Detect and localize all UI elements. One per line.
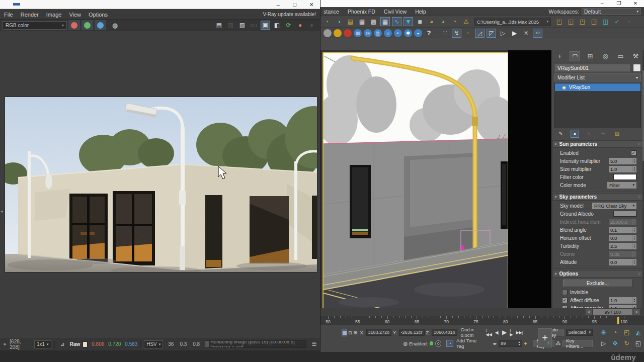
max-menu-stance[interactable]: stance <box>324 9 339 15</box>
render-icon[interactable]: ● <box>307 21 316 30</box>
render-production-teapot-icon[interactable]: ◔ <box>450 17 459 26</box>
viewport-black-strip[interactable] <box>508 50 551 310</box>
select-manipulate-icon[interactable]: ⊕ <box>599 328 608 337</box>
isolate-selection-icon[interactable]: ▩ <box>342 329 347 336</box>
asset-clock-icon[interactable]: ◫ <box>601 17 610 26</box>
spinner-icon[interactable]: ▴▾ <box>519 341 520 346</box>
play-button[interactable]: ▶ <box>502 329 507 336</box>
max-restore-button[interactable]: ❐ <box>611 0 626 7</box>
vfb-menu-options[interactable]: Options <box>89 12 108 18</box>
exclude-button[interactable]: Exclude... <box>563 280 632 287</box>
modifier-list-dropdown[interactable]: Modifier List▾ <box>554 73 641 81</box>
indirect-horiz-illum-spinner[interactable]: ▴▾ <box>632 219 636 225</box>
green-channel-icon[interactable] <box>82 20 93 30</box>
add-time-tag[interactable]: Add Time Tag <box>456 338 481 349</box>
edge-cursor-icon[interactable]: ▶ <box>510 29 519 38</box>
turbidity-field[interactable]: 2.5 <box>609 243 632 249</box>
blend-angle-field[interactable]: 0.1 <box>609 227 632 233</box>
max-close-button[interactable]: ✕ <box>628 0 643 7</box>
angle-snap-icon[interactable]: ◿ <box>475 29 485 38</box>
x-coord-field[interactable]: 3183.272o <box>366 329 392 336</box>
make-unique-icon[interactable]: ⋔ <box>585 130 593 138</box>
next-frame-nav-button[interactable]: > <box>633 309 640 315</box>
vfb-menu-file[interactable]: File <box>4 12 13 18</box>
affect-diffuse-field[interactable]: 1.0 <box>609 297 632 304</box>
history-clock-icon[interactable]: ◔ <box>624 17 633 26</box>
key-paw-icon[interactable]: ⁂ <box>554 340 561 347</box>
snaps-point-icon[interactable]: ✛ <box>463 29 473 38</box>
render-setup-icon[interactable]: ∿ <box>392 17 401 26</box>
snowflake-cursor-icon[interactable]: ✳ <box>521 29 531 38</box>
phoenix-splash-icon[interactable]: ✽ <box>404 29 412 37</box>
tab-display[interactable]: ▭ <box>615 51 626 61</box>
active-viewport[interactable] <box>323 52 509 309</box>
rollout-header-options[interactable]: ▾Options <box>552 270 643 278</box>
zero-badge[interactable]: 0 <box>435 340 441 347</box>
tab-create[interactable]: + <box>554 51 565 61</box>
tab-motion[interactable]: ◎ <box>600 51 611 61</box>
hold-icon[interactable]: ◲ <box>589 17 599 26</box>
snaps-toggle-icon[interactable]: ↯ <box>452 29 461 38</box>
max-titlebar[interactable]: – ❐ ✕ <box>320 0 644 7</box>
max-menu-phoenix-fd[interactable]: Phoenix FD <box>348 9 375 15</box>
turbidity-spinner[interactable]: ▴▾ <box>632 243 636 249</box>
ozone-field[interactable]: 0.35 <box>609 251 632 257</box>
vfb-menu-image[interactable]: Image <box>46 12 62 18</box>
save-image-icon[interactable]: ▤ <box>214 21 224 30</box>
phoenix-waves-icon[interactable]: ≈ <box>394 29 402 37</box>
ground-albedo-swatch[interactable] <box>613 211 636 217</box>
save-scene-icon[interactable]: ◰ <box>554 17 564 26</box>
workspace-select[interactable]: Default▾ <box>582 8 641 15</box>
mirror-bone-icon[interactable]: ◭ <box>633 328 643 337</box>
time-slider-handle[interactable] <box>617 317 619 324</box>
hsv-select[interactable]: HSV▾ <box>144 340 163 348</box>
vfb-minimize-button[interactable]: – <box>271 1 286 9</box>
spinner-snap-icon[interactable]: ▷ <box>498 29 508 38</box>
altitude-spinner[interactable]: ▴▾ <box>632 259 636 265</box>
size-multiplier-spinner[interactable]: ▴▾ <box>632 166 636 172</box>
blend-angle-spinner[interactable]: ▴▾ <box>632 227 636 233</box>
save-history-icon[interactable]: ▥ <box>226 21 235 30</box>
intensity-multiplier-spinner[interactable]: ▴▾ <box>632 158 636 164</box>
channel-select[interactable]: RGB color▾ <box>3 21 67 30</box>
zoom-select[interactable]: 1x1▾ <box>34 340 51 348</box>
tab-utilities[interactable]: ⚒ <box>630 51 641 61</box>
phoenix-sphere-icon[interactable] <box>324 29 332 37</box>
selection-set-dropdown[interactable]: Selected▾ <box>566 329 593 336</box>
horizon-offset-field[interactable]: 0.0 <box>609 235 632 241</box>
go-to-start-button[interactable]: |◀◀ <box>486 328 492 337</box>
stack-item-vraysun[interactable]: ◉ VRaySun <box>555 83 640 91</box>
sky-model-dropdown[interactable]: PRG Clear Sky▾ <box>592 203 636 209</box>
project-path-select[interactable]: C:\Users\g_a...3ds Max 2025▾ <box>474 18 551 26</box>
altitude-field[interactable]: 0.0 <box>609 259 632 265</box>
transform-coords-icon[interactable]: ⊕ <box>353 329 358 336</box>
phoenix-beach-icon[interactable]: ☼ <box>384 29 392 37</box>
isolate-x-icon[interactable]: X? <box>533 29 542 38</box>
snaps-grid-icon[interactable]: ⁙ <box>440 29 450 38</box>
toolbar-handle[interactable]: ▾ <box>323 17 332 26</box>
object-name-field[interactable]: VRaySun001 <box>554 64 630 72</box>
keyboard-override-icon[interactable]: ◔ <box>610 328 620 337</box>
log-panel-icon[interactable]: ☰ <box>310 340 318 349</box>
material-editor-icon[interactable]: ▦ <box>380 17 390 26</box>
align-icon[interactable]: ▤ <box>346 17 355 26</box>
enabled-checkbox[interactable]: ✓ <box>631 150 636 156</box>
render-setup-teapot-icon[interactable]: ◕ <box>427 17 436 26</box>
interactive-refresh-icon[interactable]: ⟳ <box>284 21 293 30</box>
fetch-icon[interactable]: ◳ <box>578 17 587 26</box>
mirror-icon[interactable]: ◑ <box>334 17 344 26</box>
vfb-menu-view[interactable]: View <box>69 12 81 18</box>
ozone-spinner[interactable]: ▴▾ <box>632 251 636 257</box>
modifier-stack[interactable]: ◉ VRaySun <box>554 83 641 128</box>
phoenix-waterfall-icon[interactable]: ▒ <box>374 29 382 37</box>
phoenix-fire-icon[interactable] <box>344 29 352 37</box>
region-render-icon[interactable]: ▧ <box>237 21 247 30</box>
configure-modifier-sets-icon[interactable]: ▨ <box>613 130 621 138</box>
affect-diffuse-spinner[interactable]: ▴▾ <box>632 297 636 304</box>
tab-hierarchy[interactable]: ⊞ <box>585 51 595 61</box>
current-frame-field[interactable]: 99▴▾ <box>499 340 522 347</box>
zoom-icon[interactable]: ▷ <box>599 339 608 348</box>
time-slider[interactable]: 50556065707580859095100 <box>320 316 644 325</box>
phoenix-sim-icon[interactable]: ▥ <box>354 29 362 37</box>
sphere-preview-icon[interactable]: ◍ <box>110 21 120 30</box>
